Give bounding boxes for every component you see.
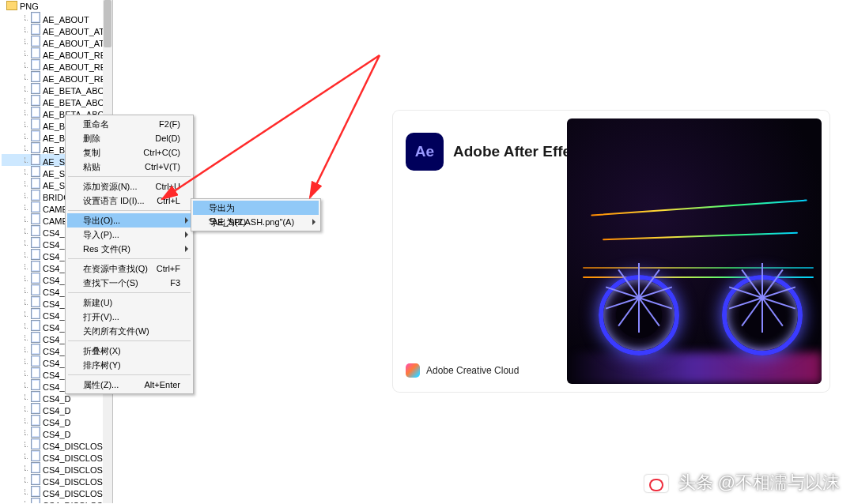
doc-icon [31, 344, 40, 355]
scrollbar-thumb[interactable] [104, 0, 111, 47]
doc-icon [31, 118, 40, 130]
doc-icon [31, 308, 40, 319]
menu-item[interactable]: Res 文件(R) [67, 242, 191, 256]
doc-icon [31, 462, 40, 473]
doc-icon [31, 130, 40, 141]
submenu-arrow-icon [185, 231, 188, 238]
export-submenu[interactable]: 导出为 "AE_SPLASH.png"(A)导出为(Z) [191, 198, 321, 231]
menu-item[interactable]: 删除Del(D) [67, 131, 191, 145]
context-menu[interactable]: 重命名F2(F)删除Del(D)复制Ctrl+C(C)粘贴Ctrl+V(T)添加… [65, 115, 194, 394]
doc-icon [31, 47, 40, 58]
menu-item[interactable]: 在资源中查找(Q)Ctrl+F [67, 261, 191, 276]
tree-item[interactable]: AE_ABOUT_AT_2X [2, 24, 103, 36]
menu-separator [68, 374, 191, 375]
menu-item[interactable]: 关闭所有文件(W) [67, 324, 191, 338]
splash-artwork [567, 118, 822, 384]
tree-item[interactable]: CS4_DISCLOSURETRIA [2, 462, 103, 474]
doc-icon [31, 332, 40, 343]
doc-icon [31, 261, 40, 272]
doc-icon [31, 142, 40, 153]
doc-icon [31, 403, 40, 414]
doc-icon [31, 24, 40, 35]
tree-item[interactable]: CS4_D [2, 427, 103, 438]
doc-icon [31, 474, 40, 485]
tree-item[interactable]: CS4_DISCLOSURETRIA [2, 438, 103, 450]
submenu-arrow-icon [312, 219, 316, 225]
tree-item[interactable]: CS4_DISCLOSURETRIA [2, 450, 103, 462]
splash-preview: Ae Adobe After Effects Adobe Creative Cl… [393, 111, 829, 392]
tree-item[interactable]: AE_ABOUT_RENDERENG [2, 47, 103, 59]
doc-icon [31, 154, 40, 165]
tree-item[interactable]: AE_BETA_ABOUT_AT_2 [2, 95, 103, 107]
doc-icon [31, 284, 40, 295]
tree-item[interactable]: CS4_DISCLOSURETRIA [2, 486, 103, 498]
cc-text: Adobe Creative Cloud [426, 365, 519, 376]
doc-icon [31, 249, 40, 260]
menu-item[interactable]: 复制Ctrl+C(C) [67, 145, 191, 160]
doc-icon [31, 201, 40, 213]
doc-icon [31, 59, 40, 70]
menu-item[interactable]: 重命名F2(F) [67, 117, 191, 131]
doc-icon [31, 166, 40, 177]
menu-item[interactable]: 排序树(Y) [67, 358, 191, 372]
doc-icon [31, 95, 40, 106]
doc-icon [31, 83, 40, 94]
doc-icon [31, 379, 40, 390]
tree-item[interactable]: CS4_DISCLOSURETRIA [2, 498, 103, 503]
tree-item[interactable]: AE_ABOUT_RENDERENG [2, 71, 103, 83]
folder-icon [6, 1, 17, 10]
menu-item[interactable]: 属性(Z)...Alt+Enter [67, 378, 191, 392]
submenu-arrow-icon [185, 246, 188, 252]
tree-item[interactable]: CS4_DISCLOSURETRIA [2, 474, 103, 486]
menu-item[interactable]: 打开(V)... [67, 310, 191, 324]
doc-icon [31, 355, 40, 367]
doc-icon [31, 36, 40, 47]
menu-item[interactable]: 折叠树(X) [67, 344, 191, 358]
doc-icon [31, 391, 40, 402]
ae-badge-icon: Ae [406, 133, 444, 171]
tree-item[interactable]: AE_ABOUT [2, 12, 103, 24]
menu-item[interactable]: 导出为(Z) [193, 215, 319, 229]
doc-icon [31, 107, 40, 118]
menu-item[interactable]: 设置语言 ID(I)...Ctrl+L [67, 194, 191, 208]
doc-icon [31, 427, 40, 438]
menu-item[interactable]: 粘贴Ctrl+V(T) [67, 160, 191, 174]
creative-cloud-label: Adobe Creative Cloud [406, 363, 519, 378]
submenu-arrow-icon [185, 217, 188, 224]
menu-item[interactable]: 导出(O)... [67, 213, 191, 228]
menu-item[interactable]: 添加资源(N)...Ctrl+U [67, 179, 191, 194]
watermark-text: 头条 @不相濡与以沫 [678, 472, 840, 492]
menu-separator [68, 340, 191, 341]
doc-icon [31, 213, 40, 224]
menu-item[interactable]: 查找下一个(S)F3 [67, 276, 191, 290]
svg-line-1 [310, 55, 380, 197]
doc-icon [31, 12, 40, 23]
tree-item[interactable]: CS4_D [2, 403, 103, 415]
menu-separator [68, 258, 191, 259]
tree-folder-root[interactable]: PNG [2, 0, 103, 12]
doc-icon [31, 273, 40, 284]
menu-separator [68, 210, 191, 211]
doc-icon [31, 367, 40, 378]
tree-item[interactable]: CS4_D [2, 415, 103, 427]
menu-separator [68, 292, 191, 293]
menu-item[interactable]: 导入(P)... [67, 228, 191, 242]
doc-icon [31, 320, 40, 331]
doc-icon [31, 438, 40, 449]
tree-item[interactable]: AE_ABOUT_RENDERENG [2, 59, 103, 71]
doc-icon [31, 71, 40, 82]
doc-icon [31, 178, 40, 189]
doc-icon [31, 486, 40, 497]
menu-item[interactable]: 导出为 "AE_SPLASH.png"(A) [193, 201, 319, 215]
doc-icon [31, 415, 40, 426]
watermark-logo-icon [644, 475, 668, 492]
doc-icon [31, 225, 40, 236]
doc-icon [31, 237, 40, 248]
doc-icon [31, 296, 40, 307]
tree-item[interactable]: AE_BETA_ABOUT [2, 83, 103, 95]
watermark: 头条 @不相濡与以沫 [644, 471, 840, 495]
menu-item[interactable]: 新建(U) [67, 295, 191, 310]
tree-item[interactable]: AE_ABOUT_AT_3TO2X [2, 36, 103, 47]
menu-separator [68, 176, 191, 177]
doc-icon [31, 498, 40, 503]
